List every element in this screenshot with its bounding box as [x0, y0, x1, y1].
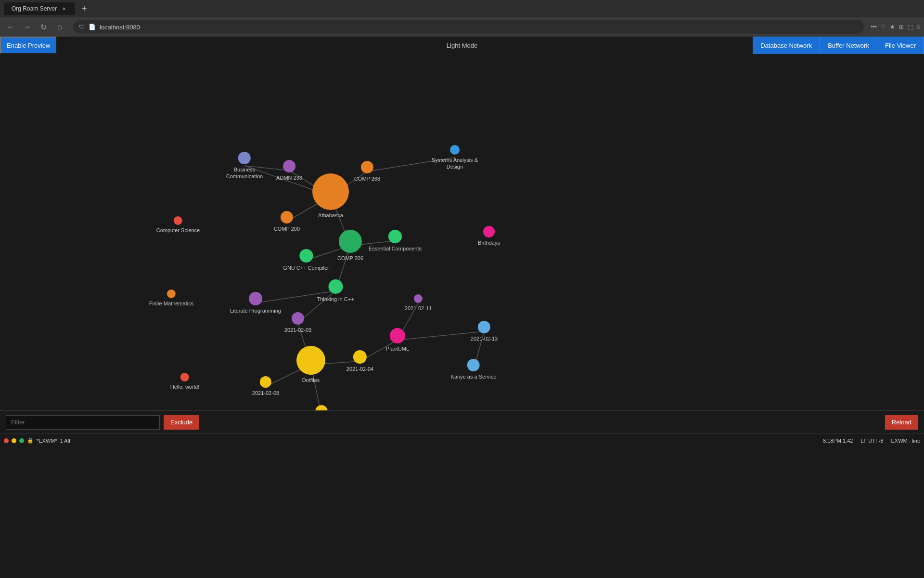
- status-dot-yellow: [12, 438, 16, 443]
- node-comp200[interactable]: COMP 200: [274, 211, 300, 232]
- status-right: 8:18PM 1.42 LF UTF-8 EXWM : line: [823, 438, 920, 444]
- node-date_2021_02_03[interactable]: 2021-02-03: [284, 312, 311, 333]
- workspace-label: 1 All: [60, 438, 70, 444]
- light-mode-label: Light Mode: [447, 42, 477, 49]
- enable-preview-button[interactable]: Enable Preview: [0, 37, 57, 54]
- node-literate_programming[interactable]: Literate Programming: [230, 292, 281, 314]
- node-date_2021_02_11[interactable]: 2021-02-11: [405, 294, 432, 312]
- node-admn233[interactable]: ADMN 233: [276, 160, 302, 181]
- tab-buffer-network[interactable]: Buffer Network: [820, 37, 877, 54]
- more-options-icon[interactable]: •••: [871, 24, 877, 30]
- tab-file-viewer[interactable]: File Viewer: [877, 37, 924, 54]
- node-kanye_service[interactable]: Kanye as a Service: [451, 359, 497, 380]
- app-bar: Enable Preview Light Mode Database Netwo…: [0, 37, 924, 54]
- status-mode: EXWM : line: [891, 438, 920, 444]
- browser-nav-right: ••• ♡ ★ ⊞ ⬚ ≡: [871, 24, 920, 30]
- browser-title-bar: Org Roam Server ✕ +: [0, 0, 924, 17]
- node-comp268[interactable]: COMP 268: [354, 161, 380, 182]
- node-comp206[interactable]: COMP 206: [337, 230, 363, 262]
- back-button[interactable]: ←: [4, 20, 17, 34]
- node-gnu_cpp[interactable]: GNU C++ Compiler: [283, 249, 329, 271]
- status-dot-red: [4, 438, 9, 443]
- node-date_2021_02_04[interactable]: 2021-02-04: [346, 350, 373, 372]
- browser-nav-bar: ← → ↻ ⌂ 🛡 📄 localhost:8080 ••• ♡ ★ ⊞ ⬚ ≡: [0, 17, 924, 37]
- menu-icon[interactable]: ≡: [917, 24, 920, 30]
- node-immutable_emacs[interactable]: Immutable Emacs: [300, 405, 343, 410]
- node-systems_analysis[interactable]: Systems Analysis & Design: [432, 145, 478, 170]
- browser-tab[interactable]: Org Roam Server ✕: [4, 2, 75, 15]
- graph-edges-svg: [0, 54, 924, 410]
- node-hello_world[interactable]: Hello, world!: [170, 373, 200, 390]
- tab-grid-icon[interactable]: ⬚: [908, 24, 913, 30]
- node-birthdays[interactable]: Birthdays: [478, 226, 500, 246]
- node-finite_mathematics[interactable]: Finite Mathematics: [149, 289, 193, 307]
- url-display: localhost:8080: [100, 24, 140, 31]
- address-bar-wrap[interactable]: 🛡 📄 localhost:8080: [73, 20, 864, 34]
- status-encoding: LF UTF-8: [860, 438, 883, 444]
- page-icon: 📄: [89, 24, 96, 30]
- status-dot-green: [19, 438, 24, 443]
- new-tab-button[interactable]: +: [79, 3, 90, 15]
- filter-input[interactable]: [6, 415, 160, 430]
- forward-button[interactable]: →: [20, 20, 34, 34]
- bookmark-icon[interactable]: ★: [890, 24, 895, 30]
- node-computer_science[interactable]: Computer Science: [156, 216, 200, 234]
- node-essential_components[interactable]: Essential Components: [369, 230, 422, 252]
- status-lock-icon: 🔒: [27, 437, 34, 444]
- node-plantUML[interactable]: PlantUML: [386, 328, 409, 352]
- node-athabasca[interactable]: Athabasca: [312, 173, 349, 219]
- reading-list-icon[interactable]: ♡: [881, 24, 886, 30]
- shield-icon: 🛡: [79, 24, 85, 30]
- node-thinking_cpp[interactable]: Thinking in C++: [317, 279, 354, 302]
- status-bar: 🔒 *EXWM* 1 All 8:18PM 1.42 LF UTF-8 EXWM…: [0, 434, 924, 447]
- home-button[interactable]: ⌂: [53, 20, 66, 34]
- bottom-filter-bar: Exclude Reload: [0, 410, 924, 434]
- tab-close-button[interactable]: ✕: [61, 5, 67, 12]
- nav-tabs: Database Network Buffer Network File Vie…: [753, 37, 924, 54]
- node-dotfiles[interactable]: Dotfiles: [296, 346, 325, 383]
- node-business_communication[interactable]: Business Communication: [226, 152, 263, 180]
- node-date_2021_02_13[interactable]: 2021-02-13: [471, 321, 498, 342]
- reload-button[interactable]: Reload: [885, 415, 918, 430]
- graph-area: AthabascaDotfilesCOMP 206ADMN 233COMP 26…: [0, 54, 924, 410]
- status-time: 8:18PM 1.42: [823, 438, 853, 444]
- exclude-button[interactable]: Exclude: [164, 415, 199, 430]
- sidebar-icon[interactable]: ⊞: [899, 24, 904, 30]
- reload-browser-button[interactable]: ↻: [37, 20, 50, 34]
- node-date_2021_02_08[interactable]: 2021-02-08: [252, 376, 279, 396]
- tab-database-network[interactable]: Database Network: [753, 37, 820, 54]
- tab-title: Org Roam Server: [12, 5, 57, 12]
- exwm-label: *EXWM*: [37, 438, 57, 444]
